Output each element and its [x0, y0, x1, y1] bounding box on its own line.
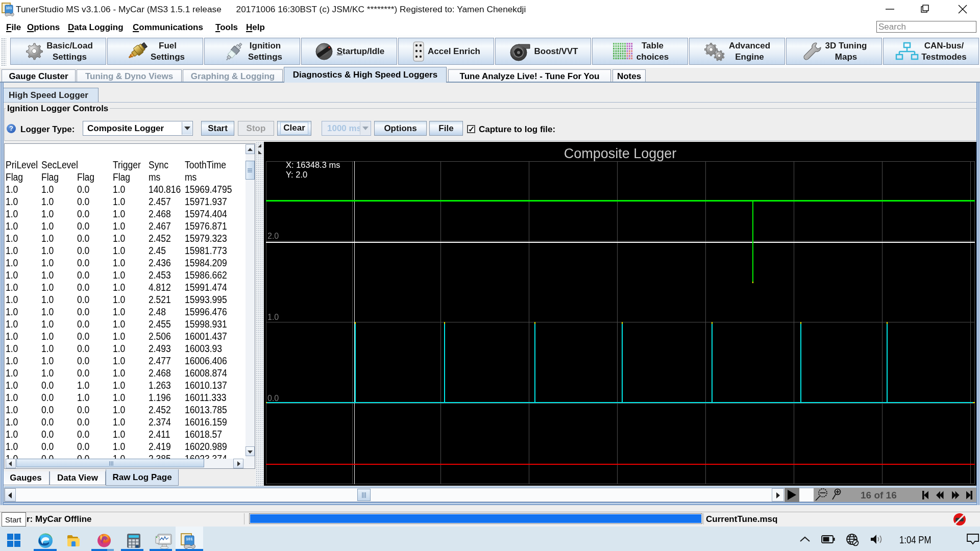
- svg-text:101: 101: [186, 537, 193, 541]
- svg-text:16 of 16: 16 of 16: [861, 490, 897, 500]
- svg-text:101: 101: [6, 6, 12, 10]
